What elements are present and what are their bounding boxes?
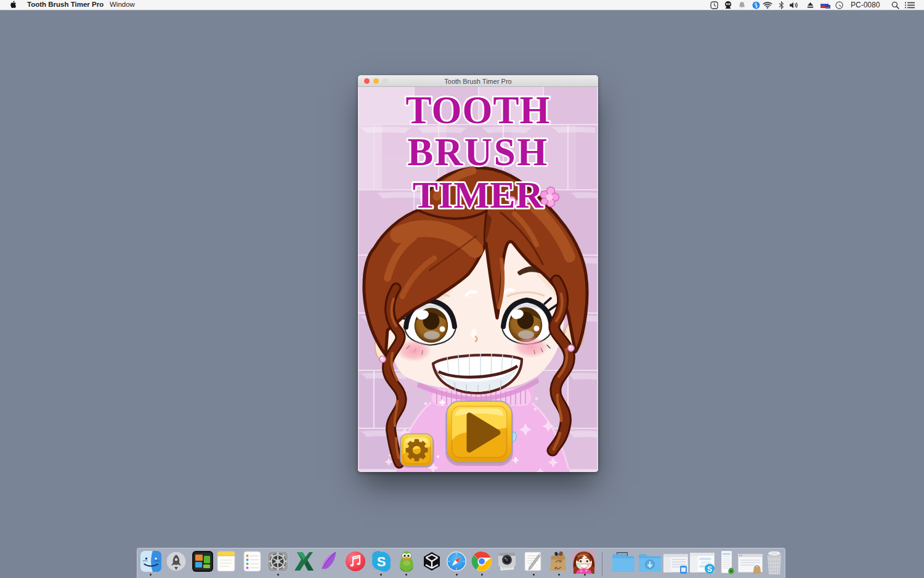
svg-text:S: S: [707, 565, 712, 574]
svg-text:S: S: [377, 554, 386, 569]
svg-text:BRUSH: BRUSH: [407, 131, 549, 174]
svg-text:TIMER: TIMER: [413, 174, 544, 216]
svg-text:TOOTH: TOOTH: [406, 89, 551, 132]
